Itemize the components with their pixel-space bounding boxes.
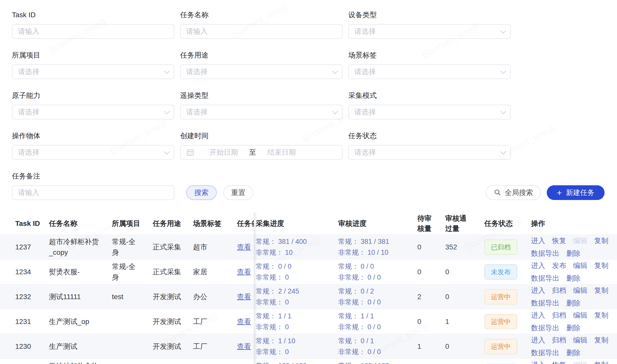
cell-collect-progress: 常规： 381 / 400非常规： 10 <box>254 235 336 259</box>
op-delete[interactable]: 删除 <box>566 272 580 285</box>
op-delete[interactable]: 删除 <box>566 247 580 260</box>
cell-project <box>112 309 153 334</box>
op-edit: 编辑 <box>573 359 587 364</box>
project-select[interactable]: 请选择 <box>12 64 174 79</box>
field-task-name: 任务名称 请输入 <box>180 11 342 39</box>
device-type-select[interactable]: 请选择 <box>348 24 511 39</box>
op-enter[interactable]: 进入 <box>531 234 545 247</box>
op-export[interactable]: 数据导出 <box>531 347 559 359</box>
view-link[interactable]: 查看 <box>237 292 251 302</box>
table-row: 1231 生产测试_op 开发测试 工厂 查看 常规： 1 / 1非常规： 0 … <box>0 309 617 334</box>
op-export[interactable]: 数据导出 <box>531 247 559 260</box>
scene-tag-select[interactable]: 请选择 <box>348 64 511 79</box>
field-atomic-capability: 原子能力 请选择 <box>12 91 174 119</box>
op-archive[interactable]: 归档 <box>552 334 566 347</box>
op-restore[interactable]: 恢复 <box>552 359 566 364</box>
cell-project: test <box>112 284 153 309</box>
end-date-placeholder: 结束日期 <box>267 148 296 157</box>
task-name-input[interactable]: 请输入 <box>180 24 342 39</box>
task-id-input[interactable]: 请输入 <box>12 24 174 39</box>
op-copy[interactable]: 复制 <box>594 234 608 247</box>
op-edit[interactable]: 编辑 <box>573 284 587 297</box>
header-task-status: 任务状态 <box>484 213 529 234</box>
task-status-select[interactable]: 请选择 <box>348 145 511 160</box>
status-badge: 已归档 <box>484 240 517 255</box>
op-archive[interactable]: 归档 <box>552 309 566 322</box>
global-search-button[interactable]: 全局搜索 <box>486 185 541 200</box>
op-delete[interactable]: 删除 <box>566 347 580 359</box>
cell-project: 常规-全身 <box>112 260 153 284</box>
op-publish[interactable]: 发布 <box>552 259 566 272</box>
cell-status: 运营中 <box>484 334 529 359</box>
header-review-progress: 审核进度 <box>336 213 415 234</box>
cell-collect-progress: 常规： 125 / 150非常规： 0 <box>254 359 336 364</box>
view-link[interactable]: 查看 <box>237 342 251 351</box>
teleop-type-select[interactable]: 请选择 <box>180 105 342 119</box>
operate-object-select[interactable]: 请选择 <box>12 145 174 160</box>
table-row: 1230 生产测试 开发测试 工厂 查看 常规： 1 / 10非常规： 0 常规… <box>0 334 617 359</box>
cell-review-progress: 常规： 125 / 125非常规： 0 / 0 <box>336 359 415 364</box>
view-link[interactable]: 查看 <box>237 242 251 252</box>
cell-task-name: 超市冷鲜柜补货_copy <box>49 235 112 259</box>
cell-pending-count: 1 <box>415 334 443 359</box>
cell-scene: 办公 <box>193 284 233 309</box>
op-edit[interactable]: 编辑 <box>573 309 587 322</box>
operate-object-label: 操作物体 <box>12 132 174 140</box>
op-export[interactable]: 数据导出 <box>531 272 559 285</box>
field-teleop-type: 遥操类型 请选择 <box>180 91 342 119</box>
op-enter[interactable]: 进入 <box>531 309 545 322</box>
op-copy[interactable]: 复制 <box>594 284 608 297</box>
collect-mode-select[interactable]: 请选择 <box>348 105 511 119</box>
op-restore[interactable]: 恢复 <box>552 234 566 247</box>
view-link[interactable]: 查看 <box>237 317 251 326</box>
cell-task-name: 生产测试 <box>49 334 112 359</box>
cell-pending-count: 0 <box>415 235 443 259</box>
op-edit[interactable]: 编辑 <box>573 259 587 272</box>
task-remark-input[interactable]: 请输入 <box>12 185 174 200</box>
op-archive[interactable]: 归档 <box>552 284 566 297</box>
op-copy[interactable]: 复制 <box>594 309 608 322</box>
op-enter[interactable]: 进入 <box>531 284 545 297</box>
cell-remark: 查看 <box>233 309 254 334</box>
op-enter[interactable]: 进入 <box>531 359 545 364</box>
status-badge: 未发布 <box>484 264 517 280</box>
cell-scene: 工厂 <box>193 334 233 359</box>
view-link[interactable]: 查看 <box>237 267 251 277</box>
task-id-label: Task ID <box>12 11 174 19</box>
scene-tag-label: 场景标签 <box>348 51 511 60</box>
search-button[interactable]: 搜索 <box>186 185 217 200</box>
op-delete[interactable]: 删除 <box>566 322 580 334</box>
field-task-remark: 任务备注 请输入 <box>12 172 174 200</box>
op-enter[interactable]: 进入 <box>531 259 545 272</box>
purpose-select[interactable]: 请选择 <box>180 64 342 79</box>
cell-scene: 超市 <box>193 235 233 259</box>
task-status-label: 任务状态 <box>348 132 511 140</box>
cell-operations: 进入 归档 编辑 复制 数据导出 删除 <box>529 284 617 309</box>
cell-purpose: 开发测试 <box>153 334 193 359</box>
field-task-id: Task ID 请输入 <box>12 11 174 39</box>
cell-status: 运营中 <box>484 309 529 334</box>
fixed-column-shadow <box>254 213 257 364</box>
create-task-button[interactable]: + 新建任务 <box>547 185 605 200</box>
header-operations: 操作 <box>529 213 617 234</box>
op-delete[interactable]: 删除 <box>566 297 580 310</box>
op-copy[interactable]: 复制 <box>594 259 608 272</box>
field-device-type: 设备类型 请选择 <box>348 11 511 39</box>
op-edit[interactable]: 编辑 <box>573 334 587 347</box>
header-task-id: Task ID <box>0 213 49 234</box>
op-copy[interactable]: 复制 <box>594 359 608 364</box>
op-enter[interactable]: 进入 <box>531 334 545 347</box>
cell-purpose: 开发测试 <box>153 284 193 309</box>
task-table: Task ID 任务名称 所属项目 任务用途 场景标签 任务备注 采集进度 审核… <box>0 213 617 364</box>
cell-collect-progress: 常规： 1 / 10非常规： 0 <box>254 334 336 359</box>
cell-task-id: 1231 <box>0 309 49 334</box>
atomic-capability-select[interactable]: 请选择 <box>12 105 174 119</box>
op-export[interactable]: 数据导出 <box>531 297 559 310</box>
create-time-range-picker[interactable]: 开始日期 至 结束日期 <box>180 145 342 160</box>
device-type-label: 设备类型 <box>348 11 511 19</box>
cell-remark: 查看 <box>233 284 254 309</box>
cell-remark: 查看 <box>233 260 254 284</box>
op-export[interactable]: 数据导出 <box>531 322 559 334</box>
op-copy[interactable]: 复制 <box>594 334 608 347</box>
reset-button[interactable]: 重置 <box>223 185 253 200</box>
